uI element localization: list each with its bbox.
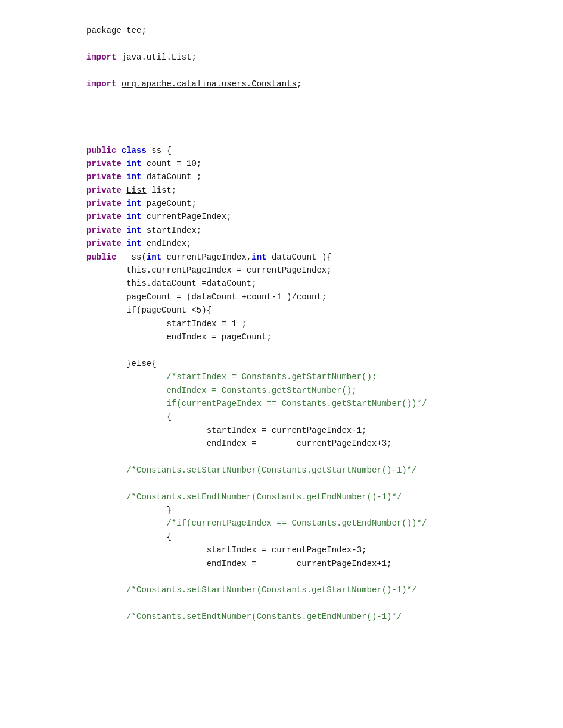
code-line (86, 64, 563, 77)
code-line: { (86, 410, 563, 423)
code-line (86, 90, 563, 104)
code-token: public (86, 252, 122, 262)
code-token: private (86, 239, 126, 248)
code-line: private int count = 10; (86, 157, 563, 170)
code-line (86, 130, 563, 143)
code-line: /*if(currentPageIndex == Constants.getEn… (86, 517, 563, 530)
code-token: int (251, 252, 272, 262)
code-line: startIndex = currentPageIndex-1; (86, 424, 563, 437)
code-line (86, 477, 563, 490)
code-line: package tee; (86, 24, 563, 37)
code-line: private int pageCount; (86, 197, 563, 210)
code-line: endIndex = Constants.getStartNumber(); (86, 384, 563, 397)
code-line: if(pageCount <5){ (86, 304, 563, 317)
code-token: java.util.List; (122, 52, 197, 62)
code-line: this.dataCount =dataCount; (86, 277, 563, 290)
code-line (86, 37, 563, 50)
code-token: endIndex; (147, 239, 192, 248)
code-token: dataCount ){ (272, 252, 332, 262)
code-line: /*Constants.setEndtNumber(Constants.getE… (86, 610, 563, 623)
code-line: if(currentPageIndex == Constants.getStar… (86, 397, 563, 410)
code-line: startIndex = currentPageIndex-3; (86, 543, 563, 557)
code-line (86, 343, 563, 357)
code-line: import java.util.List; (86, 51, 563, 64)
code-line (86, 597, 563, 610)
code-line (86, 570, 563, 583)
code-token: int (126, 159, 147, 168)
code-line: private int dataCount ; (86, 170, 563, 183)
code-token: import (86, 79, 122, 89)
code-content: package tee; import java.util.List; impo… (86, 24, 563, 624)
code-line: /*startIndex = Constants.getStartNumber(… (86, 370, 563, 383)
code-token: org.apache.catalina.users.Constants (122, 79, 297, 89)
code-line: endIndex = currentPageIndex+3; (86, 437, 563, 450)
code-token: import (86, 52, 122, 62)
code-token: private (86, 212, 126, 221)
code-token: private (86, 226, 126, 235)
code-line: } (86, 504, 563, 517)
code-line: /*Constants.setStartNumber(Constants.get… (86, 464, 563, 477)
code-token: int (126, 239, 147, 248)
code-line: }else{ (86, 357, 563, 370)
code-token: public (86, 146, 122, 155)
code-token: currentPageIndex (147, 212, 226, 221)
code-token: this. (86, 279, 151, 288)
code-token: int (126, 172, 147, 182)
code-token: List (126, 186, 147, 195)
code-line: pageCount = (dataCount +count-1 )/count; (86, 290, 563, 304)
code-line: endIndex = pageCount; (86, 330, 563, 343)
code-line: /*Constants.setEndtNumber(Constants.getE… (86, 490, 563, 504)
code-line (86, 117, 563, 130)
code-line: /*Constants.setStartNumber(Constants.get… (86, 583, 563, 596)
code-token: class (122, 146, 151, 155)
code-token: int (126, 226, 147, 235)
code-token: private (86, 159, 126, 168)
code-line: startIndex = 1 ; (86, 317, 563, 330)
code-line: { (86, 530, 563, 543)
code-token: ; (297, 79, 301, 89)
code-line: import org.apache.catalina.users.Constan… (86, 77, 563, 90)
code-line: this.currentPageIndex = currentPageIndex… (86, 264, 563, 277)
code-token: count = 10; (147, 159, 201, 168)
code-line: private int endIndex; (86, 237, 563, 250)
code-token: private (86, 199, 126, 208)
code-token: ss( (122, 252, 147, 262)
code-token: ; (226, 212, 231, 221)
code-line: private int startIndex; (86, 224, 563, 237)
code-token: startIndex; (147, 226, 201, 235)
code-line: private List list; (86, 184, 563, 197)
code-token: ss { (151, 146, 172, 155)
code-line: public ss(int currentPageIndex,int dataC… (86, 251, 563, 264)
code-token: this. (86, 265, 151, 275)
code-line: public class ss { (86, 144, 563, 157)
code-token: currentPageIndex = currentPageIndex; (151, 265, 331, 275)
code-line: private int currentPageIndex; (86, 210, 563, 223)
code-line (86, 451, 563, 464)
code-token: int (126, 199, 147, 208)
code-token: pageCount; (147, 199, 197, 208)
code-token: dataCount =dataCount; (151, 279, 256, 288)
code-token: dataCount (147, 172, 192, 182)
code-line: endIndex = currentPageIndex+1; (86, 557, 563, 570)
code-token: ; (191, 172, 201, 182)
code-token: private (86, 172, 126, 182)
code-token: currentPageIndex, (166, 252, 251, 262)
code-token: int (126, 212, 147, 221)
code-editor: package tee; import java.util.List; impo… (0, 0, 563, 728)
code-token: int (147, 252, 167, 262)
code-token: list; (147, 186, 176, 195)
code-token: private (86, 186, 126, 195)
code-line (86, 104, 563, 117)
